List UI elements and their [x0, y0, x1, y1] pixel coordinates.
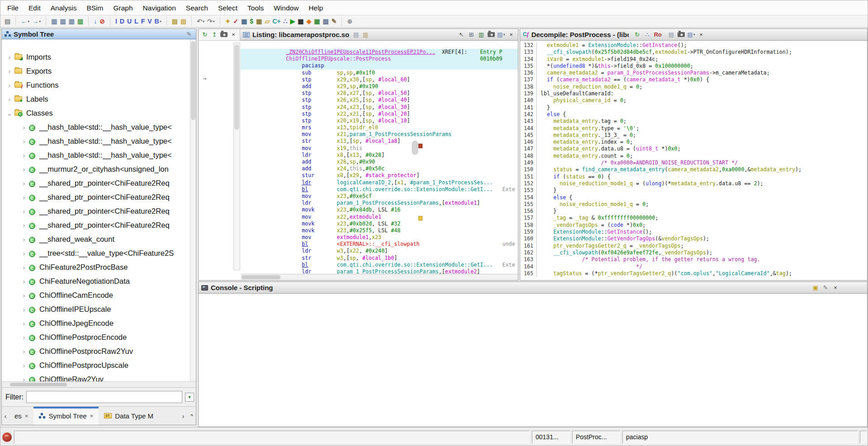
- menu-file[interactable]: File: [2, 0, 24, 15]
- snapshot-new-icon[interactable]: ↥: [210, 31, 218, 39]
- decompile-line[interactable]: 164 */: [520, 263, 867, 270]
- close-icon[interactable]: ×: [507, 31, 515, 39]
- run-script-icon[interactable]: ▶: [289, 16, 296, 26]
- graph-view-icon[interactable]: ∴: [643, 31, 651, 39]
- scroll-lock-icon[interactable]: ▣: [811, 284, 820, 292]
- menu-bsim[interactable]: BSim: [81, 0, 108, 15]
- listing-line[interactable]: ChiOfflineIPEUpscale::PostProcess 0010b0…: [241, 56, 518, 62]
- expander-icon[interactable]: ›: [20, 347, 28, 355]
- expander-icon[interactable]: ›: [5, 53, 14, 61]
- tree-item[interactable]: ›◢Imports: [2, 50, 196, 64]
- tree-item[interactable]: ›CChiOfflineCamEncode: [2, 288, 196, 302]
- listing-line[interactable]: add x24,this,#0x50c: [241, 165, 518, 172]
- decompile-line[interactable]: 161 ptr_vendorTagsGetter2_q = _vendorTag…: [520, 243, 867, 249]
- decompile-line[interactable]: 141 }: [520, 104, 867, 111]
- expander-icon[interactable]: ›: [20, 221, 28, 229]
- validate-icon[interactable]: ✓: [232, 16, 239, 26]
- expander-icon[interactable]: ›: [20, 123, 28, 131]
- decompile-line[interactable]: 152 noise_reduction_mode1_q = (ulong)(*m…: [520, 180, 867, 187]
- clear-code-bytes-icon[interactable]: ▥: [50, 16, 58, 26]
- data-d-button[interactable]: D: [119, 16, 125, 26]
- decompile-line[interactable]: 150 status = find_camera_metadata_entry(…: [520, 166, 867, 173]
- expander-icon[interactable]: ›: [20, 277, 28, 285]
- listing-line[interactable]: stp x22,x21,[sp, #local_20]: [241, 111, 518, 117]
- decompile-line[interactable]: 148 metadata_entry.count = 0;: [520, 153, 867, 160]
- listing-line[interactable]: ldr w3,[x22, #0x240]: [241, 248, 518, 254]
- tab-data-type-m[interactable]: Data Type M: [99, 407, 159, 425]
- listing-line[interactable]: mov x23,#0xe5cf: [241, 193, 518, 200]
- listing-line[interactable]: sub sp,sp,#0x1f0: [241, 70, 518, 76]
- decompile-line[interactable]: 157 _tag = _tag & 0xffffffff00000000;: [520, 215, 867, 221]
- tree-item[interactable]: ›CChiOfflineIPEUpscale: [2, 302, 196, 316]
- data-u-button[interactable]: U: [126, 16, 133, 26]
- decompile-line[interactable]: 146 metadata_entry.index = 0;: [520, 139, 867, 146]
- close-icon[interactable]: ×: [697, 31, 705, 39]
- clear-highlight-icon[interactable]: ▨: [171, 16, 179, 26]
- table-icon[interactable]: ▦: [255, 16, 263, 26]
- decompile-code[interactable]: 132 extmodule1 = ExtensionModule::GetIns…: [520, 41, 867, 280]
- close-icon[interactable]: ×: [229, 31, 237, 39]
- listing-line[interactable]: add x28,sp,#0x90: [241, 159, 518, 165]
- view-options-icon[interactable]: ▤▾: [497, 31, 505, 39]
- edit-filter-icon[interactable]: ✎: [185, 30, 193, 38]
- decompile-line[interactable]: 137 if (camera_metadata2 == (camera_meta…: [520, 76, 867, 83]
- expander-icon[interactable]: ›: [20, 376, 28, 381]
- decompile-line[interactable]: 149 /* 0xa0000=ANDROID_NOISE_REDUCTION_S…: [520, 160, 867, 166]
- listing-line[interactable]: stp x24,x23,[sp, #local_30]: [241, 104, 518, 111]
- decompile-line[interactable]: 132 extmodule1 = ExtensionModule::GetIns…: [520, 42, 867, 49]
- calculator-icon[interactable]: ▦: [240, 16, 248, 26]
- listing-line[interactable]: stp x26,x25,[sp, #local_40]: [241, 97, 518, 103]
- tree-item[interactable]: ›C__tree<std::__value_type<ChiFeature2S: [2, 246, 196, 260]
- bookmark-icon[interactable]: ◆: [305, 16, 312, 26]
- disable-icon[interactable]: ⊘: [99, 16, 106, 26]
- menu-edit[interactable]: Edit: [24, 0, 46, 15]
- tree-item[interactable]: ›CChiOfflineRaw2Yuv: [2, 372, 196, 381]
- tab-close-icon[interactable]: ×: [90, 413, 94, 419]
- scrollbar-thumb[interactable]: [10, 383, 67, 386]
- listing-line[interactable]: stp x29,x30,[sp, #local_60]: [241, 76, 518, 83]
- tree-item[interactable]: ›C__hash_table<std::__hash_value_type<: [2, 148, 196, 162]
- listing-code[interactable]: _ZN20ChiOfflineIPEUpscale11PostProcessEP…: [241, 41, 518, 274]
- menu-graph[interactable]: Graph: [108, 0, 138, 15]
- expander-icon[interactable]: ›: [20, 319, 28, 327]
- decompile-line[interactable]: 134 iVar8 = extmodule1->field194_0x24c;: [520, 56, 867, 63]
- data-i-button[interactable]: I: [114, 16, 118, 26]
- scrollbar-thumb[interactable]: [191, 41, 195, 120]
- decompile-line[interactable]: 135 *(undefined8 *)&this->field_0x8 = 0x…: [520, 63, 867, 70]
- listing-body[interactable]: → _ZN20ChiOfflineIPEUpscale11PostProcess…: [199, 41, 518, 280]
- tab-es[interactable]: es×: [9, 407, 33, 425]
- decompile-line[interactable]: 155 noise_reduction_mode1_q = 0;: [520, 201, 867, 208]
- data-b-button[interactable]: B▾: [154, 16, 162, 26]
- decompile-line[interactable]: 160 ExtensionModule::GetVendorTagOps(&ve…: [520, 235, 867, 242]
- menu-analysis[interactable]: Analysis: [46, 0, 82, 15]
- symbol-tree-header[interactable]: Symbol Tree ✎: [2, 29, 196, 39]
- decompile-line[interactable]: 145 metadata_entry._13_3_ = 0;: [520, 132, 867, 139]
- decompile-line[interactable]: 143 metadata_entry.tag = 0;: [520, 118, 867, 125]
- tree-item[interactable]: ›C__hash_table<std::__hash_value_type<: [2, 120, 196, 134]
- listing-horizontal-scrollbar[interactable]: [241, 274, 518, 280]
- tree-item[interactable]: ›CChiOfflinePostprocEncode: [2, 330, 196, 344]
- data-type-manager-icon[interactable]: ▱: [264, 16, 270, 26]
- decompile-line[interactable]: 142 else {: [520, 111, 867, 118]
- cpp-icon[interactable]: C+: [271, 16, 281, 26]
- expander-icon[interactable]: ⌄: [5, 109, 14, 117]
- decompile-line[interactable]: 162 __cfi_slowpath(0xf0426e9afeef72fe,_v…: [520, 249, 867, 256]
- defined-strings-icon[interactable]: ▦: [313, 16, 321, 26]
- menu-window[interactable]: Window: [269, 0, 304, 15]
- fields-icon[interactable]: ⊞: [467, 31, 475, 39]
- expander-icon[interactable]: ›: [20, 333, 28, 341]
- decompile-line[interactable]: 154 else {: [520, 194, 867, 201]
- decompile-line[interactable]: 138 noise_reduction_mode1_q = 0;: [520, 84, 867, 90]
- decompile-line[interactable]: 136 camera_metadata2 = param_1_PostProce…: [520, 70, 867, 76]
- expander-icon[interactable]: ›: [5, 67, 14, 75]
- view-options-icon[interactable]: ▤▾: [687, 31, 695, 39]
- listing-overview-scrollbar[interactable]: [233, 42, 240, 270]
- listing-line[interactable]: ldr param_1_PostProcessSessionParams,[ex…: [241, 268, 518, 274]
- listing-line[interactable]: bl com.qti.chi.override.so::ExtensionMod…: [241, 262, 518, 268]
- listing-line[interactable]: _ZN20ChiOfflineIPEUpscale11PostProcessEP…: [241, 49, 518, 56]
- decompile-line[interactable]: 151 if (status == 0) {: [520, 174, 867, 180]
- decompile-line[interactable]: 158 _vendorTagsOps = (code *)0x0;: [520, 222, 867, 229]
- tree-item[interactable]: ›CChiFeatureNegotiationData: [2, 274, 196, 288]
- decompile-line[interactable]: 163 /* Potential problem, if the getter …: [520, 256, 867, 263]
- reanalyze-icon[interactable]: ▥: [76, 16, 84, 26]
